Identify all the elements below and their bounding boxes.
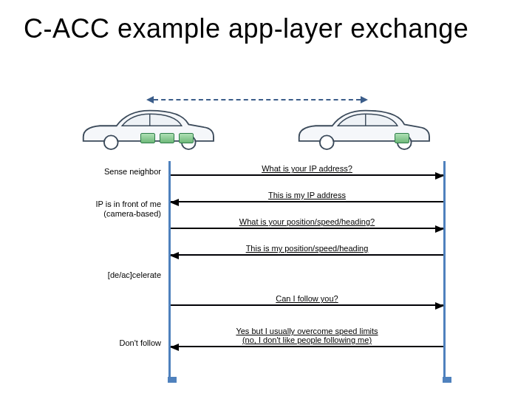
- label-sense-neighbor: Sense neighbor: [65, 167, 161, 177]
- msg-what-pos: What is your position/speed/heading?: [171, 217, 443, 229]
- wireless-link-arrow-right: [361, 96, 368, 103]
- arrow-right-icon: [435, 172, 444, 180]
- msg-my-ip: This is my IP address: [171, 191, 443, 202]
- wireless-link-line: [154, 99, 361, 100]
- msg-what-ip: What is your IP address?: [171, 164, 443, 176]
- svg-point-4: [320, 135, 334, 149]
- arrow-right-icon: [435, 302, 444, 310]
- msg-arrow: [171, 228, 443, 229]
- msg-arrow: [171, 201, 443, 202]
- msg-arrow: [171, 254, 443, 256]
- msg-text: Yes but I usually overcome speed limits …: [236, 327, 378, 345]
- sensor-chip-icon: [395, 133, 409, 143]
- arrow-left-icon: [170, 344, 179, 351]
- msg-follow-reply: Yes but I usually overcome speed limits …: [171, 327, 443, 347]
- msg-text: This is my IP address: [268, 191, 346, 200]
- msg-text: What is your position/speed/heading?: [239, 217, 375, 227]
- label-dont-follow: Don't follow: [65, 338, 161, 348]
- arrow-left-icon: [170, 252, 179, 259]
- arrow-right-icon: [435, 225, 444, 233]
- msg-text: This is my position/speed/heading: [246, 244, 369, 253]
- label-ip-front: IP is in front of me (camera-based): [65, 200, 161, 218]
- car-right-icon: [293, 106, 433, 151]
- msg-can-follow: Can I follow you?: [171, 294, 443, 306]
- lifeline-right: [443, 161, 446, 380]
- svg-point-1: [104, 135, 118, 149]
- car-left-icon: [77, 106, 217, 151]
- msg-text: What is your IP address?: [262, 164, 352, 174]
- msg-arrow: [171, 346, 443, 347]
- msg-arrow: [171, 174, 443, 176]
- lifeline-end-icon: [168, 377, 177, 383]
- arrow-left-icon: [170, 199, 179, 206]
- sensor-chip-icon: [140, 133, 155, 143]
- slide-title: C-ACC example app-layer exchange: [24, 13, 468, 44]
- label-de-ac-celerate: [de/ac]celerate: [65, 270, 161, 280]
- msg-arrow: [171, 304, 443, 306]
- msg-my-pos: This is my position/speed/heading: [171, 244, 443, 256]
- sequence-diagram: Sense neighbor IP is in front of me (cam…: [0, 161, 532, 383]
- lifeline-end-icon: [443, 377, 451, 383]
- cars-row: [0, 99, 532, 161]
- msg-text: Can I follow you?: [276, 294, 338, 304]
- sensor-chip-icon: [160, 133, 174, 143]
- slide: C-ACC example app-layer exchange: [0, 0, 532, 399]
- wireless-link-arrow-left: [146, 96, 154, 103]
- sensor-chip-icon: [179, 133, 194, 143]
